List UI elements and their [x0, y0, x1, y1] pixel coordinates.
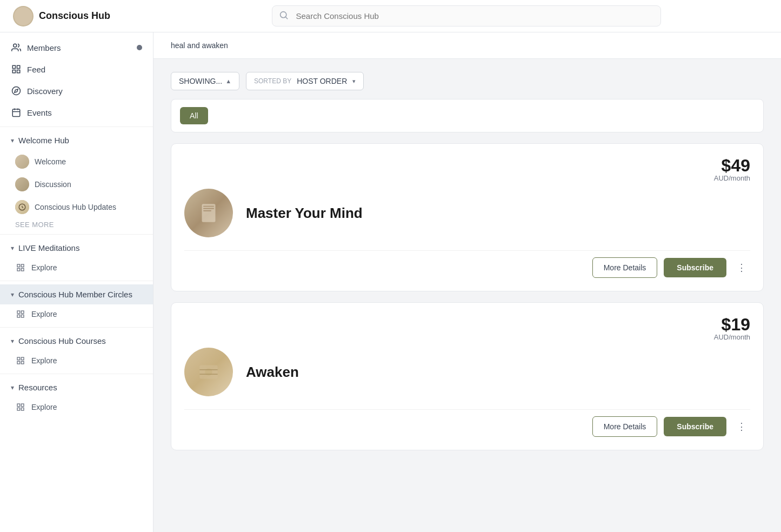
- price-unit-awaken: AUD/month: [714, 333, 750, 341]
- divider-5: [0, 374, 153, 374]
- discovery-icon: [11, 85, 22, 96]
- explore-resources-label: Explore: [31, 403, 57, 411]
- see-more-welcome[interactable]: SEE MORE: [0, 218, 153, 231]
- breadcrumb: heal and awaken: [153, 32, 781, 59]
- price-unit-mym: AUD/month: [714, 174, 750, 182]
- card-master-your-mind: $49 AUD/month Master Your Mind: [171, 143, 764, 291]
- svg-rect-24: [17, 361, 20, 364]
- svg-rect-6: [17, 70, 20, 73]
- breadcrumb-text: heal and awaken: [171, 41, 228, 50]
- resources-label: Resources: [18, 383, 57, 392]
- showing-label: SHOWING...: [179, 77, 222, 85]
- subscribe-button-awaken[interactable]: Subscribe: [664, 417, 726, 436]
- svg-rect-19: [21, 311, 24, 314]
- explore-live-icon: [15, 262, 26, 273]
- explore-resources-icon: [15, 402, 26, 413]
- divider-2: [0, 234, 153, 235]
- section-live-meditations[interactable]: ▾ LIVE Meditations: [0, 238, 153, 258]
- more-options-button-awaken[interactable]: ⋮: [733, 418, 750, 435]
- svg-point-2: [14, 44, 17, 47]
- card-actions-awaken: More Details Subscribe ⋮: [184, 416, 750, 437]
- notification-dot: [137, 45, 142, 50]
- welcome-label: Welcome: [35, 157, 66, 166]
- showing-filter[interactable]: SHOWING... ▲: [171, 72, 239, 90]
- pill-all[interactable]: All: [180, 107, 208, 124]
- chevron-down-icon-5: ▾: [11, 384, 14, 391]
- card-title-mym: Master Your Mind: [246, 205, 363, 222]
- main-layout: Members Feed: [0, 32, 781, 532]
- members-label: Members: [27, 43, 61, 52]
- price-amount-mym: $49: [714, 157, 750, 174]
- sidebar-item-members[interactable]: Members: [0, 37, 153, 58]
- more-options-button-mym[interactable]: ⋮: [733, 259, 750, 276]
- card-body-awaken: Awaken: [184, 341, 750, 403]
- card-actions-mym: More Details Subscribe ⋮: [184, 257, 750, 278]
- sort-filter[interactable]: SORTED BY HOST ORDER ▾: [246, 72, 364, 90]
- section-resources[interactable]: ▾ Resources: [0, 377, 153, 397]
- svg-rect-22: [17, 357, 20, 360]
- search-area: [272, 5, 661, 26]
- svg-rect-14: [17, 264, 20, 267]
- svg-rect-27: [21, 404, 24, 407]
- svg-rect-4: [17, 65, 20, 68]
- updates-label: Conscious Hub Updates: [35, 203, 116, 211]
- header: Conscious Hub: [0, 0, 781, 32]
- svg-rect-16: [17, 268, 20, 271]
- sort-value: HOST ORDER: [297, 77, 347, 85]
- svg-rect-31: [203, 206, 214, 207]
- svg-rect-32: [203, 208, 214, 209]
- card-price-awaken: $19 AUD/month: [714, 316, 750, 341]
- svg-rect-29: [21, 408, 24, 410]
- svg-rect-18: [17, 311, 20, 314]
- svg-line-1: [285, 17, 288, 19]
- search-input[interactable]: [272, 5, 661, 26]
- more-details-button-awaken[interactable]: More Details: [592, 416, 658, 437]
- explore-courses-icon: [15, 355, 26, 366]
- avatar-updates: [15, 200, 29, 214]
- sidebar-item-events[interactable]: Events: [0, 102, 153, 123]
- sidebar-sub-explore-courses[interactable]: Explore: [0, 351, 153, 370]
- events-icon: [11, 107, 22, 118]
- sidebar-sub-explore-live[interactable]: Explore: [0, 258, 153, 277]
- courses-label: Conscious Hub Courses: [18, 336, 106, 345]
- sidebar-sub-updates[interactable]: Conscious Hub Updates: [0, 196, 153, 218]
- card-body-mym: Master Your Mind: [184, 182, 750, 244]
- svg-rect-20: [17, 315, 20, 317]
- card-avatar-mym: [184, 189, 233, 237]
- card-avatar-awaken: [184, 348, 233, 396]
- feed-label: Feed: [27, 65, 45, 74]
- sidebar-item-discovery[interactable]: Discovery: [0, 80, 153, 102]
- avatar-welcome: [15, 155, 29, 169]
- explore-courses-label: Explore: [31, 356, 57, 365]
- svg-rect-9: [12, 109, 20, 117]
- chevron-down-icon-2: ▾: [11, 244, 14, 252]
- sidebar-item-feed[interactable]: Feed: [0, 58, 153, 80]
- sidebar-sub-discussion[interactable]: Discussion: [0, 173, 153, 196]
- divider-1: [0, 127, 153, 127]
- card-divider-awaken: [184, 409, 750, 410]
- price-amount-awaken: $19: [714, 316, 750, 333]
- subscribe-button-mym[interactable]: Subscribe: [664, 258, 726, 277]
- explore-circles-label: Explore: [31, 310, 57, 318]
- more-details-button-mym[interactable]: More Details: [592, 257, 658, 278]
- divider-4: [0, 327, 153, 328]
- feed-icon: [11, 64, 22, 75]
- sort-prefix: SORTED BY: [254, 77, 291, 85]
- section-member-circles[interactable]: ▾ Conscious Hub Member Circles: [0, 284, 153, 304]
- svg-rect-17: [21, 268, 24, 271]
- sidebar-sub-explore-circles[interactable]: Explore: [0, 304, 153, 324]
- svg-rect-30: [202, 204, 216, 222]
- explore-live-label: Explore: [31, 263, 57, 272]
- svg-point-0: [280, 11, 286, 17]
- svg-rect-5: [12, 70, 15, 73]
- card-awaken: $19 AUD/month Awaken: [171, 302, 764, 450]
- member-circles-label: Conscious Hub Member Circles: [18, 290, 132, 299]
- sidebar-sub-explore-resources[interactable]: Explore: [0, 397, 153, 417]
- members-icon: [11, 42, 22, 53]
- sort-caret-icon: ▾: [352, 78, 356, 85]
- chevron-down-icon: ▾: [11, 137, 14, 144]
- section-courses[interactable]: ▾ Conscious Hub Courses: [0, 331, 153, 351]
- sidebar-sub-welcome[interactable]: Welcome: [0, 150, 153, 173]
- card-divider-mym: [184, 250, 750, 251]
- section-welcome-hub[interactable]: ▾ Welcome Hub: [0, 130, 153, 150]
